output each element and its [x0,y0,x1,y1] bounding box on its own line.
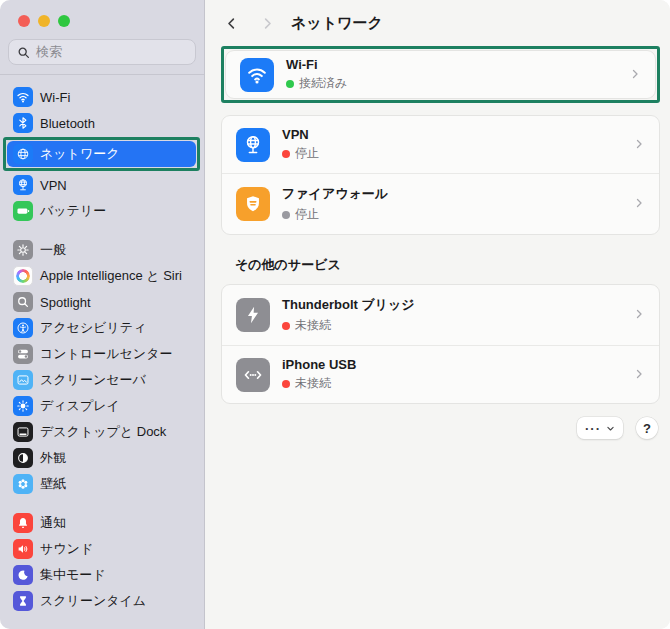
sidebar-item-notifications[interactable]: 通知 [7,510,197,536]
sidebar-list: Wi-Fi Bluetooth ネットワーク VPN バッテリー [0,75,204,614]
sidebar-item-label: 集中モード [40,566,106,584]
status-dot-red [282,380,290,388]
vpn-row[interactable]: VPN 停止 [222,116,659,173]
gear-icon [13,240,33,260]
iphone-usb-row[interactable]: iPhone USB 未接続 [222,345,659,403]
sidebar-item-display[interactable]: ディスプレイ [7,393,197,419]
sidebar-item-battery[interactable]: バッテリー [7,198,197,224]
search-placeholder: 検索 [36,43,62,61]
sidebar-item-general[interactable]: 一般 [7,237,197,263]
zoom-button[interactable] [58,15,70,27]
sidebar-item-wifi[interactable]: Wi-Fi [7,84,197,110]
row-label: ファイアウォール [282,185,621,203]
chevron-right-icon [633,366,645,384]
main-footer: ··· ? [221,417,660,439]
other-services-card: Thunderbolt ブリッジ 未接続 iPhone USB 未接続 [221,284,660,404]
search-input[interactable]: 検索 [8,39,196,65]
forward-button[interactable] [257,13,277,33]
window-controls [0,0,204,27]
row-status: 停止 [282,145,621,162]
sidebar-item-label: バッテリー [40,202,106,220]
main-header: ネットワーク [221,0,660,33]
sidebar-item-sound[interactable]: サウンド [7,536,197,562]
other-services-heading: その他のサービス [235,256,660,274]
sidebar-item-vpn[interactable]: VPN [7,172,197,198]
sidebar-item-screen-time[interactable]: スクリーンタイム [7,588,197,614]
status-dot-red [282,150,290,158]
chevron-right-icon [633,306,645,324]
row-status: 停止 [282,206,621,223]
sidebar-item-label: 外観 [40,449,66,467]
back-button[interactable] [221,13,241,33]
sidebar-item-focus[interactable]: 集中モード [7,562,197,588]
bluetooth-icon [13,113,33,133]
vpn-icon [236,128,270,162]
network-globe-icon [13,144,33,164]
appearance-icon [13,448,33,468]
usb-ethernet-icon [236,358,270,392]
speaker-icon [13,539,33,559]
sidebar-item-label: VPN [40,178,67,193]
ellipsis-icon: ··· [585,422,601,435]
main-pane: ネットワーク Wi-Fi 接続済み VPN 停 [205,0,670,629]
sidebar-item-accessibility[interactable]: アクセシビリティ [7,315,197,341]
sidebar: 検索 Wi-Fi Bluetooth ネットワーク VPN [0,0,205,629]
sidebar-item-network[interactable]: ネットワーク [7,141,196,167]
vpn-icon [13,175,33,195]
magnifier-icon [13,292,33,312]
screensaver-icon [13,370,33,390]
row-label: Wi-Fi [286,57,617,72]
sidebar-item-label: 一般 [40,241,66,259]
help-button[interactable]: ? [636,417,658,439]
sidebar-item-label: コントロールセンター [40,345,172,363]
wifi-icon [240,58,274,92]
chevron-down-icon [606,424,615,433]
wifi-row[interactable]: Wi-Fi 接続済み [226,51,655,98]
search-icon [17,46,30,59]
sidebar-item-appearance[interactable]: 外観 [7,445,197,471]
wifi-card: Wi-Fi 接続済み [225,50,656,99]
sidebar-item-label: Bluetooth [40,116,95,131]
status-dot-gray [282,211,290,219]
sidebar-item-label: ネットワーク [40,145,120,163]
status-dot-red [282,322,290,330]
row-status: 未接続 [282,375,621,392]
annotation-box-wifi-row: Wi-Fi 接続済み [221,46,660,103]
row-label: Thunderbolt ブリッジ [282,296,621,314]
sidebar-item-label: 壁紙 [40,475,66,493]
sidebar-item-wallpaper[interactable]: 壁紙 [7,471,197,497]
bell-icon [13,513,33,533]
firewall-shield-icon [236,187,270,221]
desktop-dock-icon [13,422,33,442]
sidebar-item-desktop-dock[interactable]: デスクトップと Dock [7,419,197,445]
sidebar-item-label: Spotlight [40,295,91,310]
sidebar-item-control-center[interactable]: コントロールセンター [7,341,197,367]
sidebar-item-label: アクセシビリティ [40,319,146,337]
accessibility-icon [13,318,33,338]
sidebar-item-label: Wi-Fi [40,90,70,105]
minimize-button[interactable] [38,15,50,27]
more-options-button[interactable]: ··· [577,417,623,439]
sidebar-item-spotlight[interactable]: Spotlight [7,289,197,315]
sun-icon [13,396,33,416]
flower-icon [13,474,33,494]
status-dot-green [286,80,294,88]
thunderbolt-bridge-row[interactable]: Thunderbolt ブリッジ 未接続 [222,285,659,345]
row-status: 接続済み [286,75,617,92]
chevron-right-icon [633,136,645,154]
firewall-row[interactable]: ファイアウォール 停止 [222,173,659,234]
sidebar-item-label: Apple Intelligence と Siri [40,267,182,285]
sidebar-item-label: ディスプレイ [40,397,120,415]
chevron-right-icon [629,66,641,84]
sidebar-item-screensaver[interactable]: スクリーンセーバ [7,367,197,393]
row-label: iPhone USB [282,357,621,372]
sidebar-item-label: デスクトップと Dock [40,423,166,441]
sidebar-item-apple-intelligence[interactable]: Apple Intelligence と Siri [7,263,197,289]
annotation-box-sidebar-network: ネットワーク [3,137,200,171]
sidebar-item-label: スクリーンセーバ [40,371,146,389]
chevron-right-icon [633,195,645,213]
sidebar-item-bluetooth[interactable]: Bluetooth [7,110,197,136]
row-status: 未接続 [282,317,621,334]
sidebar-item-label: サウンド [40,540,93,558]
close-button[interactable] [18,15,30,27]
